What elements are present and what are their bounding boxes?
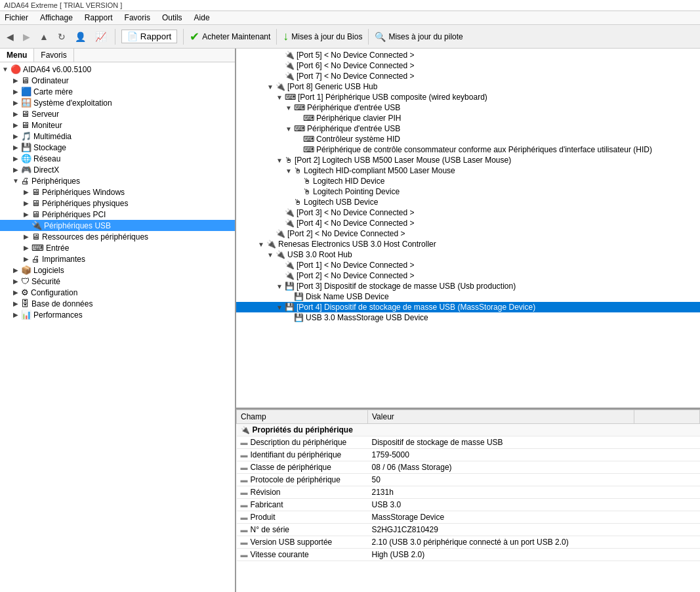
expand-reseau[interactable]: ▶ [10, 155, 21, 162]
tree-item-ordinateur[interactable]: ▶🖥Ordinateur [0, 75, 235, 86]
menu-favoris[interactable]: Favoris [123, 12, 152, 23]
tv-expand-port8_port1_comp[interactable]: ▼ [274, 94, 285, 101]
tree-item-peripheriques[interactable]: ▼🖨Périphériques [0, 175, 235, 186]
expand-imprimantes[interactable]: ▶ [21, 255, 31, 263]
tree-item-configuration[interactable]: ▶⚙Configuration [0, 287, 235, 298]
expand-entree[interactable]: ▶ [21, 244, 31, 251]
tree-item-periph_windows[interactable]: ▶🖥Périphériques Windows [0, 186, 235, 198]
tree-item-performances[interactable]: ▶📊Performances [0, 309, 235, 320]
refresh-button[interactable]: ↻ [55, 30, 68, 43]
tv-item-port5[interactable]: 🔌[Port 5] < No Device Connected > [236, 50, 700, 60]
forward-button[interactable]: ▶ [20, 30, 33, 43]
tree-item-multimedia[interactable]: ▶🎵Multimédia [0, 131, 235, 142]
tv-expand-port8_hub[interactable]: ▼ [265, 83, 276, 91]
tv-expand-port8_port2_mouse[interactable]: ▼ [274, 157, 285, 164]
menu-fichier[interactable]: Fichier [3, 12, 30, 23]
expand-moniteur[interactable]: ▶ [10, 121, 21, 129]
expand-multimedia[interactable]: ▶ [10, 133, 21, 140]
tv-item-port8_p2_pointing[interactable]: 🖱Logitech Pointing Device [236, 186, 700, 197]
tree-item-stockage[interactable]: ▶💾Stockage [0, 142, 235, 153]
tv-item-port8_port3[interactable]: 🔌[Port 3] < No Device Connected > [236, 207, 700, 218]
tree-item-systeme[interactable]: ▶🪟Système d'exploitation [0, 97, 235, 108]
expand-performances[interactable]: ▶ [10, 311, 21, 318]
bios-button[interactable]: ↓ Mises à jour du Bios [283, 30, 362, 43]
tv-item-port2_no[interactable]: 🔌[Port 2] < No Device Connected > [236, 228, 700, 239]
tv-expand-usb30_root[interactable]: ▼ [265, 251, 276, 259]
expand-securite[interactable]: ▶ [10, 278, 21, 285]
expand-aida64[interactable]: ▼ [0, 66, 10, 73]
back-button[interactable]: ◀ [4, 30, 16, 43]
tv-item-renesas[interactable]: ▼🔌Renesas Electronics USB 3.0 Host Contr… [236, 239, 700, 249]
tv-item-usb30_p2[interactable]: 🔌[Port 2] < No Device Connected > [236, 270, 700, 281]
tree-item-logiciels[interactable]: ▶📦Logiciels [0, 264, 235, 276]
tree-item-imprimantes[interactable]: ▶🖨Imprimantes [0, 253, 235, 264]
tree-item-directx[interactable]: ▶🎮DirectX [0, 164, 235, 175]
tv-expand-port8_p1_entree1[interactable]: ▼ [283, 104, 294, 112]
menu-affichage[interactable]: Affichage [38, 12, 75, 23]
menu-rapport[interactable]: Rapport [83, 12, 115, 23]
acheter-button[interactable]: ✔ Acheter Maintenant [190, 30, 270, 44]
expand-serveur[interactable]: ▶ [10, 110, 21, 117]
expand-ordinateur[interactable]: ▶ [10, 77, 21, 84]
tv-item-port8_p2_m500[interactable]: ▼🖱Logitech HID-compliant M500 Laser Mous… [236, 165, 700, 176]
rapport-button[interactable]: 📄 Rapport [121, 30, 177, 43]
tree-item-reseau[interactable]: ▶🌐Réseau [0, 153, 235, 164]
tv-item-port8_port4[interactable]: 🔌[Port 4] < No Device Connected > [236, 218, 700, 228]
tv-item-usb30_p3_disk[interactable]: 💾Disk Name USB Device [236, 291, 700, 302]
tv-item-usb30_p4_mass[interactable]: 💾USB 3.0 MassStorage USB Device [236, 312, 700, 323]
tv-expand-port8_p2_m500[interactable]: ▼ [283, 167, 294, 175]
profile-button[interactable]: 👤 [72, 30, 89, 43]
expand-stockage[interactable]: ▶ [10, 144, 21, 151]
tv-item-port8_hub[interactable]: ▼🔌[Port 8] Generic USB Hub [236, 81, 700, 92]
expand-periph_physiques[interactable]: ▶ [21, 200, 31, 207]
tv-expand-usb30_p4[interactable]: ▼ [274, 304, 285, 311]
tv-item-port8_p1_ctrl[interactable]: ⌨Contrôleur système HID [236, 134, 700, 144]
tv-item-port8_p1_entree1[interactable]: ▼⌨Périphérique d'entrée USB [236, 102, 700, 113]
expand-carte_mere[interactable]: ▶ [10, 88, 21, 95]
tab-menu[interactable]: Menu [0, 49, 34, 62]
expand-peripheriques[interactable]: ▼ [10, 177, 21, 184]
expand-logiciels[interactable]: ▶ [10, 266, 21, 274]
tree-item-aida64[interactable]: ▼🔴AIDA64 v6.00.5100 [0, 64, 235, 75]
tree-item-periph_physiques[interactable]: ▶🖥Périphériques physiques [0, 198, 235, 209]
expand-periph_windows[interactable]: ▶ [21, 188, 31, 196]
icon-carte_mere: 🟦 [21, 87, 31, 96]
expand-systeme[interactable]: ▶ [10, 99, 21, 106]
tree-item-base_donnees[interactable]: ▶🗄Base de données [0, 298, 235, 309]
up-button[interactable]: ▲ [37, 30, 51, 43]
tree-item-ressources[interactable]: ▶🖥Ressources des périphériques [0, 231, 235, 242]
expand-directx[interactable]: ▶ [10, 166, 21, 173]
tab-favoris[interactable]: Favoris [34, 49, 73, 62]
tv-item-usb30_p4[interactable]: ▼💾[Port 4] Dispositif de stockage de mas… [236, 302, 700, 312]
tv-item-port8_p1_clavier[interactable]: ⌨Périphérique clavier PIH [236, 113, 700, 123]
tree-item-entree[interactable]: ▶⌨Entrée [0, 242, 235, 253]
tv-item-port8_p1_hid[interactable]: ⌨Périphérique de contrôle consommateur c… [236, 144, 700, 155]
expand-ressources[interactable]: ▶ [21, 233, 31, 240]
tree-item-carte_mere[interactable]: ▶🟦Carte mère [0, 86, 235, 97]
tv-item-usb30_p3[interactable]: ▼💾[Port 3] Dispositif de stockage de mas… [236, 281, 700, 291]
tv-item-port8_p1_entree2[interactable]: ▼⌨Périphérique d'entrée USB [236, 123, 700, 134]
menu-aide[interactable]: Aide [192, 12, 212, 23]
tv-item-usb30_root[interactable]: ▼🔌USB 3.0 Root Hub [236, 249, 700, 260]
tree-item-securite[interactable]: ▶🛡Sécurité [0, 276, 235, 287]
tree-item-moniteur[interactable]: ▶🖥Moniteur [0, 119, 235, 131]
tree-item-serveur[interactable]: ▶🖥Serveur [0, 108, 235, 119]
expand-configuration[interactable]: ▶ [10, 289, 21, 296]
tv-expand-renesas[interactable]: ▼ [256, 241, 266, 248]
pilote-button[interactable]: 🔍 Mises à jour du pilote [375, 32, 463, 42]
tv-item-port8_port2_mouse[interactable]: ▼🖱[Port 2] Logitech USB M500 Laser Mouse… [236, 155, 700, 165]
tv-item-port7[interactable]: 🔌[Port 7] < No Device Connected > [236, 71, 700, 81]
tv-item-port8_p2_usb[interactable]: 🖱Logitech USB Device [236, 197, 700, 207]
tv-item-usb30_p1[interactable]: 🔌[Port 1] < No Device Connected > [236, 260, 700, 270]
tv-expand-usb30_p3[interactable]: ▼ [274, 283, 285, 290]
expand-periph_pci[interactable]: ▶ [21, 211, 31, 218]
expand-base_donnees[interactable]: ▶ [10, 300, 21, 307]
chart-button[interactable]: 📈 [93, 30, 109, 43]
tree-item-periph_usb[interactable]: 🔌Périphériques USB [0, 220, 235, 231]
tv-expand-port8_p1_entree2[interactable]: ▼ [283, 125, 294, 133]
tree-item-periph_pci[interactable]: ▶🖥Périphériques PCI [0, 209, 235, 220]
menu-outils[interactable]: Outils [160, 12, 184, 23]
tv-item-port6[interactable]: 🔌[Port 6] < No Device Connected > [236, 60, 700, 71]
tv-item-port8_p2_hid[interactable]: 🖱Logitech HID Device [236, 176, 700, 186]
tv-item-port8_port1_comp[interactable]: ▼⌨[Port 1] Périphérique USB composite (w… [236, 92, 700, 102]
